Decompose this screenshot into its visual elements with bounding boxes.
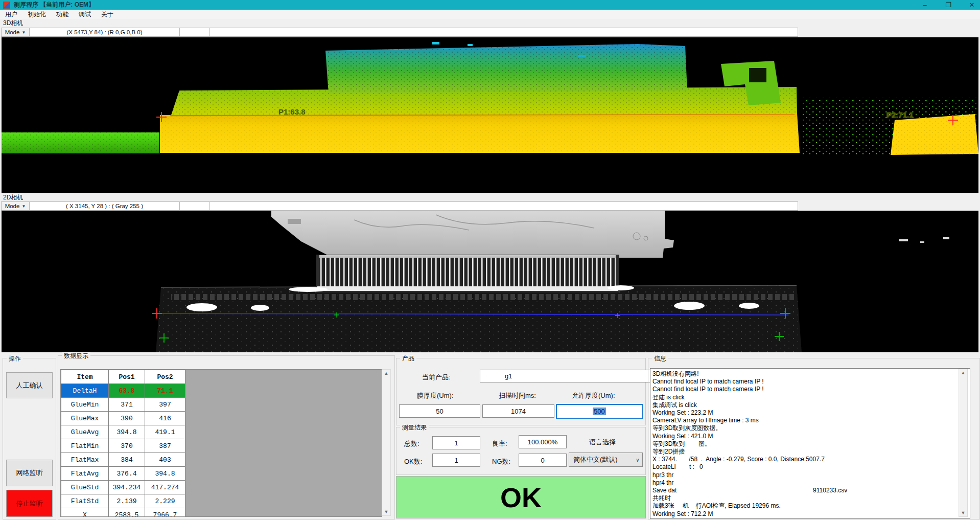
cell-pos2: 7966.7 bbox=[145, 508, 185, 517]
menu-item-0[interactable]: 用户 bbox=[0, 10, 22, 19]
total-input[interactable]: 1 bbox=[432, 436, 480, 449]
cell-pos1: 394.234 bbox=[109, 481, 145, 494]
table-row[interactable]: GlueStd394.234417.274 bbox=[61, 481, 185, 494]
chevron-down-icon: ▼ bbox=[21, 30, 26, 35]
scroll-up-icon[interactable]: ▲ bbox=[384, 370, 389, 377]
ok-count-input[interactable]: 1 bbox=[432, 454, 480, 467]
cell-pos1: 384 bbox=[109, 453, 145, 467]
p1-measure-label: P1:63.8 bbox=[278, 107, 306, 116]
ok-count-label: OK数: bbox=[404, 457, 422, 466]
camera2d-mode-bar: Mode▼ ( X 3145, Y 28 ) : ( Gray 255 ) bbox=[1, 201, 979, 211]
table-row[interactable]: GlueAvg394.8419.1 bbox=[61, 425, 185, 439]
info-log[interactable]: 3D相机没有网络!Cannot find local IP to match c… bbox=[650, 368, 970, 519]
chevron-down-icon: ▼ bbox=[21, 204, 26, 209]
film-thickness-label: 膜厚度(Um): bbox=[417, 391, 454, 400]
minimize-button[interactable]: – bbox=[921, 0, 929, 10]
table-row[interactable]: DeltaH63.871.1 bbox=[61, 384, 185, 398]
log-line: 共耗时 bbox=[652, 494, 970, 502]
cell-pos1: 370 bbox=[109, 439, 145, 453]
column-header-pos2[interactable]: Pos2 bbox=[145, 370, 185, 384]
table-row[interactable]: FlatStd2.1392.229 bbox=[61, 494, 185, 508]
menu-item-3[interactable]: 调试 bbox=[74, 10, 96, 19]
cell-item: X bbox=[61, 508, 109, 517]
product-panel: 产品 当前产品: g1 膜厚度(Um): 扫描时间ms: 允许厚度(Um): 5… bbox=[396, 358, 646, 425]
log-line: Cannot find local IP to match camera IP … bbox=[652, 378, 970, 386]
product-panel-title: 产品 bbox=[400, 354, 416, 363]
info-log-scrollbar[interactable]: ▲ ▼ bbox=[959, 369, 968, 517]
camera2d-mode-button[interactable]: Mode▼ bbox=[1, 201, 30, 211]
ng-count-input[interactable]: 0 bbox=[519, 454, 567, 467]
cell-pos1: 63.8 bbox=[109, 384, 145, 398]
table-row[interactable]: FlatAvg376.4394.8 bbox=[61, 467, 185, 481]
cell-pos2: 71.1 bbox=[145, 384, 185, 398]
cell-pos1: 376.4 bbox=[109, 467, 145, 481]
camera3d-view: P1:63.8 P2:71.1 bbox=[2, 37, 978, 193]
results-panel-title: 测量结果 bbox=[400, 423, 429, 432]
table-row[interactable]: GlueMax390416 bbox=[61, 412, 185, 425]
table-header-row: Item Pos1 Pos2 bbox=[61, 370, 185, 384]
data-grid: Item Pos1 Pos2 DeltaH63.871.1GlueMin3713… bbox=[60, 369, 382, 517]
scan-time-input[interactable]: 1074 bbox=[482, 404, 554, 418]
operation-panel-title: 操作 bbox=[7, 354, 23, 363]
column-header-item[interactable]: Item bbox=[61, 370, 109, 384]
menu-item-4[interactable]: 关于 bbox=[96, 10, 119, 19]
camera2d-label: 2D相机 bbox=[3, 194, 23, 201]
camera2d-toolbar-cell bbox=[210, 201, 798, 211]
ng-count-label: NG数: bbox=[492, 457, 510, 466]
data-table-body: DeltaH63.871.1GlueMin371397GlueMax390416… bbox=[61, 384, 185, 517]
current-product-label: 当前产品: bbox=[422, 373, 451, 382]
table-row[interactable]: X2583.57966.7 bbox=[61, 508, 185, 517]
log-line: X : 3744. /58 . Angle : -0.279, Score : … bbox=[652, 456, 970, 463]
camera3d-pixel-status: (X 5473,Y 84) : (R 0,G 0,B 0) bbox=[30, 28, 180, 37]
menu-bar: 用户初始化功能调试关于 bbox=[0, 10, 980, 19]
app-icon bbox=[3, 2, 10, 9]
table-row[interactable]: FlatMax384403 bbox=[61, 453, 185, 467]
results-panel: 测量结果 总数: 1 良率: 100.000% 语言选择 OK数: 1 NG数:… bbox=[396, 427, 646, 475]
allow-thickness-input[interactable]: 500 bbox=[556, 404, 643, 419]
yield-input[interactable]: 100.000% bbox=[519, 435, 567, 448]
title-bar: 测厚程序 【当前用户: OEM】 – ❐ ✕ bbox=[0, 0, 980, 10]
result-status-indicator: OK bbox=[396, 476, 646, 518]
cell-pos2: 2.229 bbox=[145, 494, 185, 508]
cell-pos2: 403 bbox=[145, 453, 185, 467]
3d-heightmap-image bbox=[2, 37, 978, 193]
column-header-pos1[interactable]: Pos1 bbox=[109, 370, 145, 384]
cell-item: GlueMax bbox=[61, 412, 109, 425]
current-product-input[interactable]: g1 bbox=[480, 370, 667, 382]
menu-item-2[interactable]: 功能 bbox=[51, 10, 74, 19]
language-select-dropdown[interactable]: 简体中文(默认) ∨ bbox=[569, 453, 643, 467]
table-row[interactable]: GlueMin371397 bbox=[61, 398, 185, 412]
total-label: 总数: bbox=[404, 439, 419, 448]
cell-item: FlatMax bbox=[61, 453, 109, 467]
log-line: Save dat 9110233.csv bbox=[652, 487, 970, 494]
manual-confirm-button[interactable]: 人工确认 bbox=[6, 372, 53, 398]
cell-pos2: 387 bbox=[145, 439, 185, 453]
table-row[interactable]: FlatMin370387 bbox=[61, 439, 185, 453]
close-button[interactable]: ✕ bbox=[968, 0, 976, 10]
camera2d-toolbar-cell bbox=[180, 201, 210, 211]
menu-item-1[interactable]: 初始化 bbox=[22, 10, 51, 19]
scroll-up-icon[interactable]: ▲ bbox=[961, 369, 966, 376]
maximize-button[interactable]: ❐ bbox=[944, 0, 952, 10]
camera2d-view bbox=[2, 211, 978, 352]
cell-pos2: 416 bbox=[145, 412, 185, 425]
scroll-down-icon[interactable]: ▼ bbox=[961, 509, 966, 516]
log-line: Working Set : 223.2 M bbox=[652, 409, 970, 417]
cell-pos2: 397 bbox=[145, 398, 185, 412]
film-thickness-input[interactable]: 50 bbox=[399, 404, 480, 418]
camera3d-mode-bar: Mode▼ (X 5473,Y 84) : (R 0,G 0,B 0) bbox=[1, 28, 979, 37]
operation-panel: 操作 人工确认 网络监听 停止监听 bbox=[3, 358, 56, 519]
cell-pos1: 2583.5 bbox=[109, 508, 145, 517]
cell-pos2: 417.274 bbox=[145, 481, 185, 494]
camera3d-mode-button[interactable]: Mode▼ bbox=[1, 28, 30, 37]
stop-listen-button[interactable]: 停止监听 bbox=[6, 490, 53, 517]
cell-item: GlueMin bbox=[61, 398, 109, 412]
cell-pos1: 394.8 bbox=[109, 425, 145, 439]
cell-item: GlueAvg bbox=[61, 425, 109, 439]
log-line: 3D相机没有网络! bbox=[652, 370, 970, 378]
log-line: Working Set : 421.0 M bbox=[652, 433, 970, 440]
network-listen-button[interactable]: 网络监听 bbox=[6, 460, 53, 486]
cell-pos2: 419.1 bbox=[145, 425, 185, 439]
scroll-down-icon[interactable]: ▼ bbox=[384, 508, 389, 515]
data-grid-scrollbar[interactable]: ▲ ▼ bbox=[382, 369, 391, 516]
